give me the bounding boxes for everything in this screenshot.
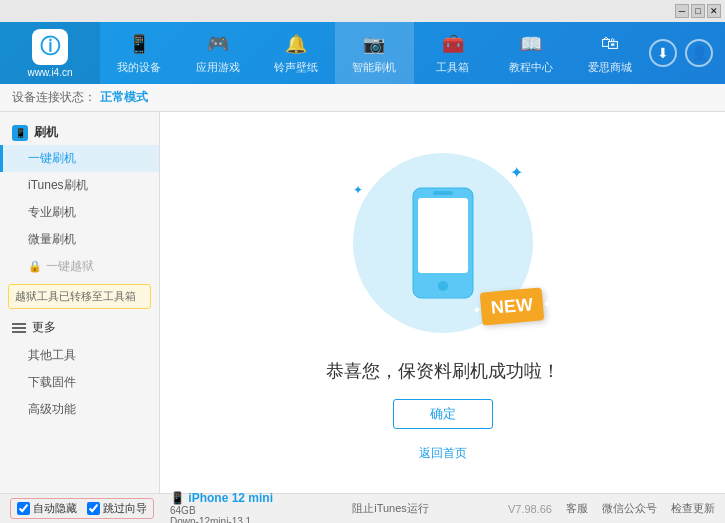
confirm-button[interactable]: 确定 bbox=[393, 399, 493, 429]
sidebar-section-flash: 📱 刷机 bbox=[0, 120, 159, 145]
logo-text: www.i4.cn bbox=[27, 67, 72, 78]
flash-section-icon: 📱 bbox=[12, 125, 28, 141]
sparkle-1: ✦ bbox=[510, 163, 523, 182]
toolbox-icon: 🧰 bbox=[441, 32, 465, 56]
shop-icon: 🛍 bbox=[598, 32, 622, 56]
status-bar: 设备连接状态： 正常模式 bbox=[0, 84, 725, 112]
sparkle-2: ✦ bbox=[353, 183, 363, 197]
pro-flash-label: 专业刷机 bbox=[28, 205, 76, 219]
download-fw-label: 下载固件 bbox=[28, 375, 76, 389]
sidebar: 📱 刷机 一键刷机 iTunes刷机 专业刷机 微量刷机 🔒 一键越狱 越狱工具… bbox=[0, 112, 160, 493]
more-line-2 bbox=[12, 327, 26, 329]
svg-rect-3 bbox=[433, 191, 453, 195]
jailbreak-label: 一键越狱 bbox=[46, 258, 94, 275]
logo-icon: ⓘ bbox=[32, 29, 68, 65]
auto-hide-checkbox[interactable] bbox=[17, 502, 30, 515]
my-device-icon: 📱 bbox=[127, 32, 151, 56]
nav-apps-games-label: 应用游戏 bbox=[196, 60, 240, 75]
sidebar-item-other-tools[interactable]: 其他工具 bbox=[0, 342, 159, 369]
nav-toolbox-label: 工具箱 bbox=[436, 60, 469, 75]
sidebar-section-jailbreak: 🔒 一键越狱 bbox=[0, 253, 159, 280]
tutorial-icon: 📖 bbox=[519, 32, 543, 56]
nav-smart-flash-label: 智能刷机 bbox=[352, 60, 396, 75]
header-right: ⬇ 👤 bbox=[649, 39, 725, 67]
nav-items: 📱 我的设备 🎮 应用游戏 🔔 铃声壁纸 📷 智能刷机 🧰 工具箱 📖 教程中心… bbox=[100, 22, 649, 84]
one-click-label: 一键刷机 bbox=[28, 151, 76, 165]
sidebar-item-micro-flash[interactable]: 微量刷机 bbox=[0, 226, 159, 253]
bottom-bar: 自动隐藏 跳过向导 📱 iPhone 12 mini 64GB Down-12m… bbox=[0, 493, 725, 523]
device-icon: 📱 bbox=[170, 491, 185, 505]
content-area: NEW ✦ ✦ 恭喜您，保资料刷机成功啦！ 确定 返回首页 bbox=[160, 112, 725, 493]
nav-my-device-label: 我的设备 bbox=[117, 60, 161, 75]
device-name: iPhone 12 mini bbox=[188, 491, 273, 505]
main-layout: 📱 刷机 一键刷机 iTunes刷机 专业刷机 微量刷机 🔒 一键越狱 越狱工具… bbox=[0, 112, 725, 493]
apps-games-icon: 🎮 bbox=[206, 32, 230, 56]
support-button[interactable]: 客服 bbox=[566, 501, 588, 516]
pass-wizard-label[interactable]: 跳过向导 bbox=[87, 501, 147, 516]
nav-tutorial[interactable]: 📖 教程中心 bbox=[492, 22, 570, 84]
nav-ringtones[interactable]: 🔔 铃声壁纸 bbox=[257, 22, 335, 84]
back-link[interactable]: 返回首页 bbox=[419, 445, 467, 462]
itunes-status: 阻止iTunes运行 bbox=[352, 501, 429, 516]
download-button[interactable]: ⬇ bbox=[649, 39, 677, 67]
more-label: 更多 bbox=[32, 319, 56, 336]
device-version: Down-12mini-13,1 bbox=[170, 516, 273, 524]
success-illustration: NEW ✦ ✦ bbox=[333, 143, 553, 343]
svg-point-2 bbox=[438, 281, 448, 291]
nav-my-device[interactable]: 📱 我的设备 bbox=[100, 22, 178, 84]
update-button[interactable]: 检查更新 bbox=[671, 501, 715, 516]
bottom-left: 自动隐藏 跳过向导 📱 iPhone 12 mini 64GB Down-12m… bbox=[10, 491, 273, 524]
maximize-button[interactable]: □ bbox=[691, 4, 705, 18]
warning-text: 越狱工具已转移至工具箱 bbox=[15, 290, 136, 302]
nav-shop-label: 爱思商城 bbox=[588, 60, 632, 75]
nav-smart-flash[interactable]: 📷 智能刷机 bbox=[335, 22, 413, 84]
flash-section-label: 刷机 bbox=[34, 124, 58, 141]
nav-tutorial-label: 教程中心 bbox=[509, 60, 553, 75]
pass-wizard-text: 跳过向导 bbox=[103, 501, 147, 516]
status-value: 正常模式 bbox=[100, 89, 148, 106]
title-bar: ─ □ ✕ bbox=[0, 0, 725, 22]
svg-rect-1 bbox=[418, 198, 468, 273]
sidebar-item-download-fw[interactable]: 下载固件 bbox=[0, 369, 159, 396]
new-badge: NEW bbox=[479, 287, 544, 325]
sidebar-warning: 越狱工具已转移至工具箱 bbox=[8, 284, 151, 309]
more-line-1 bbox=[12, 323, 26, 325]
itunes-status-text: 阻止iTunes运行 bbox=[352, 502, 429, 514]
wechat-button[interactable]: 微信公众号 bbox=[602, 501, 657, 516]
auto-hide-label[interactable]: 自动隐藏 bbox=[17, 501, 77, 516]
sidebar-item-one-click[interactable]: 一键刷机 bbox=[0, 145, 159, 172]
auto-hide-text: 自动隐藏 bbox=[33, 501, 77, 516]
smart-flash-icon: 📷 bbox=[362, 32, 386, 56]
sidebar-item-advanced[interactable]: 高级功能 bbox=[0, 396, 159, 423]
success-text: 恭喜您，保资料刷机成功啦！ bbox=[326, 359, 560, 383]
device-storage: 64GB bbox=[170, 505, 273, 516]
nav-shop[interactable]: 🛍 爱思商城 bbox=[571, 22, 649, 84]
bottom-right: V7.98.66 客服 微信公众号 检查更新 bbox=[508, 501, 715, 516]
header: ⓘ www.i4.cn 📱 我的设备 🎮 应用游戏 🔔 铃声壁纸 📷 智能刷机 … bbox=[0, 22, 725, 84]
checkbox-group: 自动隐藏 跳过向导 bbox=[10, 498, 154, 519]
sidebar-section-more: 更多 bbox=[0, 313, 159, 342]
phone-svg bbox=[408, 183, 478, 303]
pass-wizard-checkbox[interactable] bbox=[87, 502, 100, 515]
status-label: 设备连接状态： bbox=[12, 89, 96, 106]
sidebar-item-pro-flash[interactable]: 专业刷机 bbox=[0, 199, 159, 226]
lock-icon: 🔒 bbox=[28, 260, 42, 273]
ringtones-icon: 🔔 bbox=[284, 32, 308, 56]
other-tools-label: 其他工具 bbox=[28, 348, 76, 362]
version-label: V7.98.66 bbox=[508, 503, 552, 515]
minimize-button[interactable]: ─ bbox=[675, 4, 689, 18]
nav-ringtones-label: 铃声壁纸 bbox=[274, 60, 318, 75]
logo[interactable]: ⓘ www.i4.cn bbox=[0, 22, 100, 84]
more-icon bbox=[12, 323, 26, 333]
device-info: 📱 iPhone 12 mini 64GB Down-12mini-13,1 bbox=[170, 491, 273, 524]
nav-toolbox[interactable]: 🧰 工具箱 bbox=[414, 22, 492, 84]
advanced-label: 高级功能 bbox=[28, 402, 76, 416]
more-line-3 bbox=[12, 331, 26, 333]
sidebar-item-itunes-flash[interactable]: iTunes刷机 bbox=[0, 172, 159, 199]
user-button[interactable]: 👤 bbox=[685, 39, 713, 67]
micro-flash-label: 微量刷机 bbox=[28, 232, 76, 246]
close-button[interactable]: ✕ bbox=[707, 4, 721, 18]
itunes-flash-label: iTunes刷机 bbox=[28, 178, 88, 192]
nav-apps-games[interactable]: 🎮 应用游戏 bbox=[178, 22, 256, 84]
window-controls: ─ □ ✕ bbox=[675, 4, 721, 18]
